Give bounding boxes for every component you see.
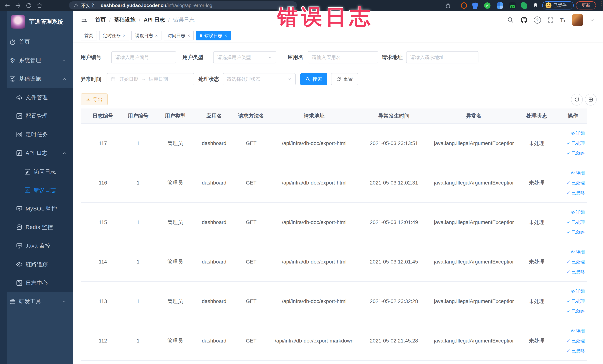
tag-scheduled-jobs[interactable]: 定时任务× — [99, 31, 129, 40]
url-bar[interactable]: 不安全 dashboard.yudao.iocoder.cn/infra/log… — [69, 1, 297, 10]
mark-ignored-link[interactable]: ✓ 已忽略 — [567, 229, 585, 235]
forward-icon[interactable] — [15, 2, 21, 9]
mark-ignored-label: 已忽略 — [571, 229, 585, 235]
mark-processed-link[interactable]: ✓ 已处理 — [567, 219, 585, 225]
mark-ignored-label: 已忽略 — [571, 190, 585, 196]
mark-processed-link[interactable]: ✓ 已处理 — [567, 180, 585, 186]
reset-button[interactable]: 重置 — [331, 73, 358, 85]
sidebar-item-scheduled-jobs[interactable]: 定时任务 — [0, 125, 73, 144]
help-icon[interactable]: ? — [534, 16, 541, 23]
app-logo-row[interactable]: 芋道管理系统 — [0, 11, 73, 33]
sidebar-item-access-log[interactable]: 访问日志 — [0, 163, 73, 181]
tag-error-log-active[interactable]: 错误日志× — [196, 31, 231, 40]
sidebar-item-log-center[interactable]: 日志中心 — [0, 274, 73, 292]
sidebar-item-home[interactable]: 首页 — [0, 33, 73, 51]
check-icon: ✓ — [567, 190, 570, 195]
tag-label: 首页 — [84, 33, 93, 39]
hamburger-icon[interactable] — [81, 16, 88, 23]
mark-processed-link[interactable]: ✓ 已处理 — [567, 298, 585, 304]
sidebar-item-trace[interactable]: 链路追踪 — [0, 255, 73, 274]
font-size-icon[interactable]: TT — [560, 17, 566, 23]
sidebar-item-error-log[interactable]: 错误日志 — [0, 181, 73, 200]
tag-home[interactable]: 首页 — [81, 31, 97, 40]
table-row: 112 1 管理员 dashboard GET /api/infra/db-do… — [81, 321, 587, 361]
sidebar-item-api-log[interactable]: API 日志 — [0, 144, 73, 163]
tag-access-log[interactable]: 访问日志× — [164, 31, 194, 40]
column-header: 异常名 — [433, 112, 514, 119]
cell-status: 未处理 — [514, 219, 559, 226]
check-icon: ✓ — [567, 309, 570, 314]
search-icon[interactable] — [507, 17, 514, 23]
extension-icon-3[interactable]: ✓ — [484, 2, 490, 9]
sidebar-item-redis-monitor[interactable]: Redis 监控 — [0, 218, 73, 237]
extension-icon-5[interactable]: on — [509, 2, 516, 9]
sidebar-item-system[interactable]: ⚙ 系统管理 — [0, 51, 73, 70]
close-icon[interactable]: × — [224, 33, 227, 38]
cell-exception-name: java.lang.IllegalArgumentException — [433, 338, 514, 344]
cell-user-type: 管理员 — [151, 298, 199, 305]
back-icon[interactable] — [4, 2, 10, 9]
exception-time-range-picker[interactable]: 开始日期 ~ 结束日期 — [107, 73, 194, 85]
profile-paused-chip[interactable]: 已暂停 — [542, 1, 574, 10]
export-button[interactable]: 导出 — [81, 94, 108, 105]
search-button[interactable]: 搜索 — [300, 73, 327, 85]
close-icon[interactable]: × — [187, 33, 190, 38]
status-select[interactable]: 请选择处理状态 — [223, 73, 296, 85]
table-column-settings-button[interactable] — [585, 94, 597, 106]
app-name-input[interactable] — [308, 51, 378, 63]
mark-processed-link[interactable]: ✓ 已处理 — [567, 338, 585, 344]
request-url-input[interactable] — [406, 51, 478, 63]
update-button[interactable]: 更新 — [576, 1, 596, 10]
column-header: 处理状态 — [514, 112, 559, 119]
mark-ignored-link[interactable]: ✓ 已忽略 — [567, 348, 585, 354]
detail-link[interactable]: 详细 — [571, 130, 585, 136]
sidebar-item-infrastructure[interactable]: 基础设施 — [0, 70, 73, 88]
table-refresh-button[interactable] — [571, 94, 583, 106]
tag-schedule-log[interactable]: 调度日志× — [131, 31, 162, 40]
sidebar-item-label: 基础设施 — [19, 75, 41, 83]
mark-processed-link[interactable]: ✓ 已处理 — [567, 259, 585, 265]
mark-processed-link[interactable]: ✓ 已处理 — [567, 140, 585, 146]
detail-link[interactable]: 详细 — [571, 249, 585, 255]
breadcrumb-item[interactable]: 基础设施 — [114, 16, 136, 23]
mark-ignored-link[interactable]: ✓ 已忽略 — [567, 269, 585, 275]
extension-icon-2[interactable] — [472, 2, 478, 9]
close-icon[interactable]: × — [155, 33, 158, 38]
sidebar-item-mysql-monitor[interactable]: MySQL 监控 — [0, 200, 73, 218]
detail-link[interactable]: 详细 — [571, 288, 585, 294]
extension-icon-6[interactable] — [521, 2, 527, 9]
watermark-annotation: 错误日志 — [277, 3, 373, 31]
user-type-select[interactable]: 请选择用户类型 — [213, 51, 276, 63]
close-icon[interactable]: × — [123, 33, 126, 38]
sidebar-item-config-management[interactable]: 配置管理 — [0, 107, 73, 125]
avatar[interactable] — [572, 14, 583, 26]
mark-ignored-link[interactable]: ✓ 已忽略 — [567, 308, 585, 314]
sidebar-item-label: 研发工具 — [19, 298, 41, 305]
detail-link[interactable]: 详细 — [571, 328, 585, 334]
tags-view-bar: 首页 定时任务× 调度日志× 访问日志× 错误日志× — [73, 29, 603, 42]
reload-icon[interactable] — [26, 2, 32, 9]
extension-icon-1[interactable] — [461, 2, 467, 9]
mark-ignored-link[interactable]: ✓ 已忽略 — [567, 190, 585, 196]
detail-link[interactable]: 详细 — [571, 170, 585, 176]
caret-down-icon[interactable] — [590, 18, 594, 23]
breadcrumb-item[interactable]: 首页 — [95, 16, 106, 23]
filter-app-name — [308, 51, 378, 63]
extension-icon-4[interactable] — [497, 2, 503, 9]
breadcrumb-item[interactable]: API 日志 — [144, 16, 165, 23]
detail-link[interactable]: 详细 — [571, 209, 585, 215]
extensions-puzzle-icon[interactable] — [532, 2, 539, 9]
sidebar-item-dev-tools[interactable]: 研发工具 — [0, 292, 73, 311]
user-id-input[interactable] — [111, 51, 176, 63]
monitor-icon — [16, 205, 23, 212]
sidebar-item-file-management[interactable]: 文件管理 — [0, 88, 73, 107]
chrome-menu-icon[interactable]: ⋮ — [598, 2, 603, 4]
fullscreen-icon[interactable] — [547, 17, 554, 23]
bookmark-star-icon[interactable] — [445, 2, 451, 9]
filter-request-url — [406, 51, 478, 63]
sidebar-item-java-monitor[interactable]: Java 监控 — [0, 237, 73, 255]
mark-ignored-link[interactable]: ✓ 已忽略 — [567, 150, 585, 156]
github-icon[interactable] — [520, 16, 528, 24]
cell-exception-time: 2021-05-03 12:01:45 — [355, 259, 433, 265]
home-icon[interactable] — [36, 2, 43, 9]
